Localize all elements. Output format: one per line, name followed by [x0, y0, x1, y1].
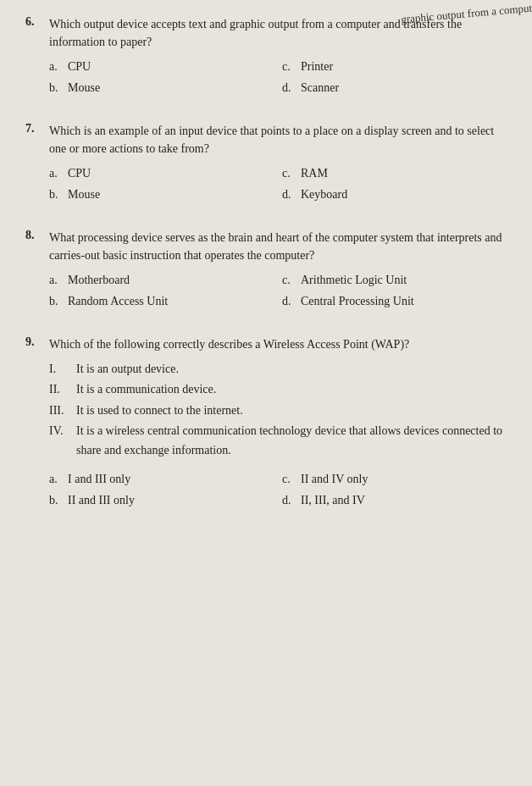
page: graphic output from a computer 6. Which … [0, 0, 532, 786]
option-9-i-text: It is an output device. [76, 360, 179, 379]
option-6d-label: d. [282, 79, 301, 97]
option-9-ii: II. It is a communication device. [49, 380, 507, 399]
option-8c: c. Arithmetic Logic Unit [282, 271, 507, 289]
option-9b: b. II and III only [49, 491, 274, 509]
option-7a: a. CPU [49, 164, 274, 182]
question-8-options: a. Motherboard c. Arithmetic Logic Unit … [49, 271, 507, 310]
option-6a: a. CPU [49, 58, 274, 75]
option-6d: d. Scanner [282, 79, 507, 97]
question-6-options: a. CPU c. Printer b. Mouse d. Scanner [49, 58, 507, 97]
option-6a-label: a. [49, 58, 68, 75]
question-6-number: 6. [25, 15, 49, 29]
question-8-number: 8. [25, 229, 49, 242]
option-8a: a. Motherboard [49, 271, 274, 289]
option-9c-label: c. [282, 470, 301, 488]
option-8b: b. Random Access Unit [49, 292, 274, 310]
option-7d-label: d. [282, 185, 301, 203]
option-8d-label: d. [282, 292, 301, 310]
question-7-options: a. CPU c. RAM b. Mouse d. Keyboard [49, 164, 507, 203]
question-9-text: Which of the following correctly describ… [49, 335, 507, 353]
option-7a-text: CPU [68, 164, 91, 182]
option-8d-text: Central Processing Unit [301, 292, 414, 310]
option-9-iv-text: It is a wireless central communication t… [76, 422, 507, 460]
option-9-i: I. It is an output device. [49, 360, 507, 379]
question-9-roman-options: I. It is an output device. II. It is a c… [49, 360, 507, 460]
option-9a: a. I and III only [49, 470, 274, 488]
question-9-options: a. I and III only c. II and IV only b. I… [49, 470, 507, 509]
option-9-iii-label: III. [49, 401, 76, 420]
option-6c-text: Printer [301, 58, 333, 75]
question-7-text: Which is an example of an input device t… [49, 122, 507, 158]
option-9c: c. II and IV only [282, 470, 507, 488]
option-9b-text: II and III only [68, 491, 135, 509]
option-9b-label: b. [49, 491, 68, 509]
option-6b-label: b. [49, 79, 68, 97]
question-7-number: 7. [25, 122, 49, 136]
option-9a-label: a. [49, 470, 68, 488]
option-9-iv-label: IV. [49, 422, 76, 440]
option-9d-label: d. [282, 491, 301, 509]
option-9d: d. II, III, and IV [282, 491, 507, 509]
option-7a-label: a. [49, 164, 68, 182]
option-6c: c. Printer [282, 58, 507, 75]
option-9-i-label: I. [49, 360, 76, 379]
option-8b-label: b. [49, 292, 68, 310]
option-9a-text: I and III only [68, 470, 130, 488]
option-8b-text: Random Access Unit [68, 292, 168, 310]
option-6b-text: Mouse [68, 79, 100, 97]
option-7c: c. RAM [282, 164, 507, 182]
option-8d: d. Central Processing Unit [282, 292, 507, 310]
option-7b: b. Mouse [49, 185, 274, 203]
option-8c-text: Arithmetic Logic Unit [301, 271, 407, 289]
option-9d-text: II, III, and IV [301, 491, 365, 509]
option-9-iii-text: It is used to connect to the internet. [76, 401, 243, 420]
option-6d-text: Scanner [301, 79, 339, 97]
option-7b-text: Mouse [68, 185, 100, 203]
question-8-text: What processing device serves as the bra… [49, 229, 507, 264]
option-7c-label: c. [282, 164, 301, 182]
option-8a-label: a. [49, 271, 68, 289]
option-6b: b. Mouse [49, 79, 274, 97]
option-8a-text: Motherboard [68, 271, 130, 289]
question-9-number: 9. [25, 335, 49, 349]
option-7d: d. Keyboard [282, 185, 507, 203]
option-9-ii-label: II. [49, 380, 76, 399]
option-9-iv: IV. It is a wireless central communicati… [49, 422, 507, 460]
option-9-iii: III. It is used to connect to the intern… [49, 401, 507, 420]
option-8c-label: c. [282, 271, 301, 289]
question-7: 7. Which is an example of an input devic… [25, 115, 507, 203]
option-7c-text: RAM [301, 164, 328, 182]
option-6c-label: c. [282, 58, 301, 75]
option-7b-label: b. [49, 185, 68, 203]
option-6a-text: CPU [68, 58, 91, 75]
option-7d-text: Keyboard [301, 185, 347, 203]
option-9-ii-text: It is a communication device. [76, 380, 216, 399]
question-8: 8. What processing device serves as the … [25, 222, 507, 310]
option-9c-text: II and IV only [301, 470, 368, 488]
question-9: 9. Which of the following correctly desc… [25, 329, 507, 509]
